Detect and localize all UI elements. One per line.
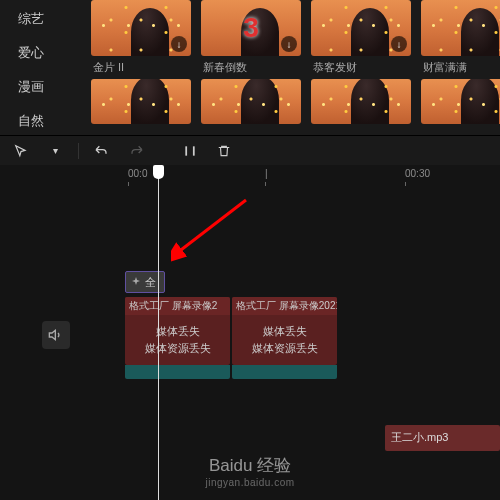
video-clip[interactable]: 格式工厂 屏幕录像20210 媒体丢失 媒体资源丢失 <box>232 297 337 365</box>
category-variety[interactable]: 综艺 <box>8 4 77 34</box>
undo-button[interactable] <box>91 140 113 162</box>
media-missing-label: 媒体资源丢失 <box>145 341 211 356</box>
templates-row-1: ↓ 金片 II 3↓ 新春倒数 ↓ 恭客发财 ↓ 财富满满 <box>85 0 500 79</box>
media-missing-label: 媒体丢失 <box>263 324 307 339</box>
ruler-tick: 00:0 <box>128 168 147 179</box>
category-nature[interactable]: 自然 <box>8 106 77 136</box>
template-title: 财富满满 <box>421 56 500 79</box>
templates-row-2 <box>85 79 500 124</box>
template-thumb[interactable]: ↓ <box>311 0 411 56</box>
template-thumb[interactable] <box>421 79 500 124</box>
category-manga[interactable]: 漫画 <box>8 72 77 102</box>
tracks-area: 全 格式工厂 屏幕录像2 媒体丢失 媒体资源丢失 格式工厂 屏幕录像20210 … <box>0 185 500 500</box>
template-card: ↓ 恭客发财 <box>311 0 411 79</box>
template-card: ↓ 财富满满 <box>421 0 500 79</box>
clip-title: 格式工厂 屏幕录像20210 <box>232 297 337 315</box>
speaker-icon <box>48 327 64 343</box>
chevron-down-icon[interactable]: ▾ <box>44 140 66 162</box>
templates-area: ↓ 金片 II 3↓ 新春倒数 ↓ 恭客发财 ↓ 财富满满 <box>85 0 500 135</box>
media-missing-label: 媒体资源丢失 <box>252 341 318 356</box>
clip-title: 格式工厂 屏幕录像2 <box>125 297 230 315</box>
video-clip[interactable]: 格式工厂 屏幕录像2 媒体丢失 媒体资源丢失 <box>125 297 230 365</box>
template-card: ↓ 金片 II <box>91 0 191 79</box>
playhead-handle[interactable] <box>153 165 164 179</box>
playhead[interactable] <box>158 165 159 500</box>
ruler-tick: 00:30 <box>405 168 430 179</box>
download-icon[interactable]: ↓ <box>391 36 407 52</box>
download-icon[interactable]: ↓ <box>281 36 297 52</box>
download-icon[interactable]: ↓ <box>171 36 187 52</box>
templates-panel: 综艺 爱心 漫画 自然 ↓ 金片 II 3↓ 新春倒数 ↓ 恭客发财 ↓ 财富满… <box>0 0 500 135</box>
template-thumb[interactable]: 3↓ <box>201 0 301 56</box>
delete-button[interactable] <box>213 140 235 162</box>
timeline-toolbar: ▾ <box>0 135 500 165</box>
template-thumb[interactable] <box>91 79 191 124</box>
audio-waveform[interactable] <box>232 365 337 379</box>
audio-waveform[interactable] <box>125 365 230 379</box>
category-sidebar: 综艺 爱心 漫画 自然 <box>0 0 85 135</box>
svg-rect-1 <box>193 146 195 155</box>
category-love[interactable]: 爱心 <box>8 38 77 68</box>
media-missing-label: 媒体丢失 <box>156 324 200 339</box>
template-thumb[interactable] <box>311 79 411 124</box>
time-ruler[interactable]: 00:0 | 00:30 <box>0 165 500 185</box>
split-button[interactable] <box>179 140 201 162</box>
sparkle-icon <box>130 276 142 288</box>
template-title: 金片 II <box>91 56 191 79</box>
template-title: 恭客发财 <box>311 56 411 79</box>
redo-button <box>125 140 147 162</box>
audio-clip[interactable]: 王二小.mp3 <box>385 425 500 451</box>
ruler-tick: | <box>265 168 268 179</box>
watermark: Baidu 经验 jingyan.baidu.com <box>0 454 500 488</box>
template-thumb[interactable]: ↓ <box>91 0 191 56</box>
effect-clip[interactable]: 全 <box>125 271 165 293</box>
template-card: 3↓ 新春倒数 <box>201 0 301 79</box>
svg-rect-0 <box>185 146 187 155</box>
pointer-tool[interactable] <box>10 140 32 162</box>
template-thumb[interactable]: ↓ <box>421 0 500 56</box>
mute-button[interactable] <box>42 321 70 349</box>
template-thumb[interactable] <box>201 79 301 124</box>
template-title: 新春倒数 <box>201 56 301 79</box>
timeline[interactable]: 00:0 | 00:30 全 格式工厂 屏幕录像2 媒体丢失 媒体资源丢失 格式… <box>0 165 500 500</box>
